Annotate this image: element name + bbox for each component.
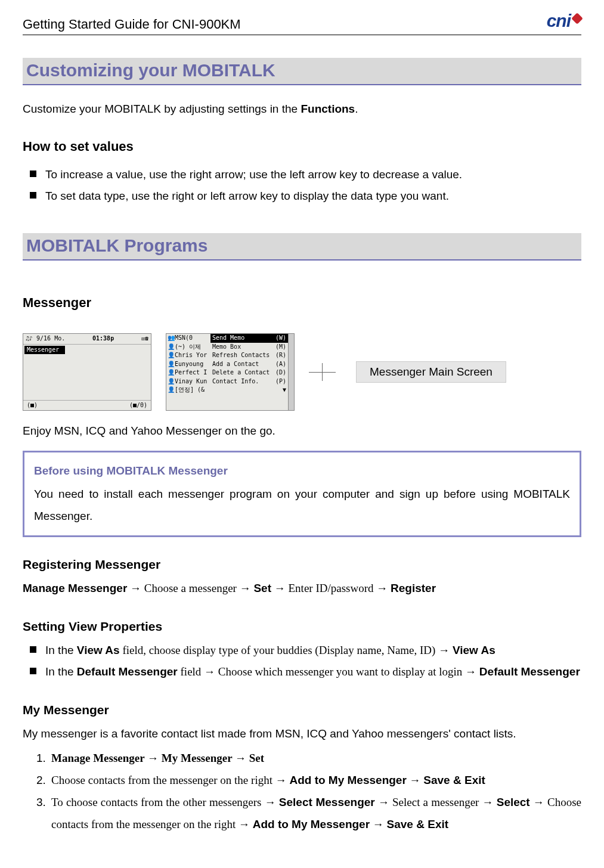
- section-heading-programs: MOBITALK Programs: [23, 233, 581, 261]
- subheading-view-properties: Setting View Properties: [23, 619, 581, 634]
- my-messenger-steps: Manage Messenger → My Messenger → Set Ch…: [49, 747, 581, 835]
- list-item: In the Default Messenger field → Choose …: [30, 661, 581, 683]
- how-to-list: To increase a value, use the right arrow…: [30, 164, 581, 207]
- list-item: In the View As field, choose display typ…: [30, 640, 581, 661]
- device-screenshot-1: ♫♪ 9/16 Mo. 01:38p ✉☎ Messenger (■) (■/0…: [23, 333, 151, 411]
- list-item: Choose contacts from the messenger on th…: [49, 769, 581, 791]
- header-title: Getting Started Guide for CNI-900KM: [23, 17, 241, 32]
- my-messenger-intro: My messenger is a favorite contact list …: [23, 723, 581, 745]
- screenshots-row: ♫♪ 9/16 Mo. 01:38p ✉☎ Messenger (■) (■/0…: [23, 333, 581, 411]
- logo-accent-icon: [571, 13, 583, 24]
- callout-connector: [309, 363, 336, 381]
- page-header: Getting Started Guide for CNI-900KM cni: [23, 11, 581, 35]
- logo-text: cni: [547, 11, 571, 31]
- info-box-body: You need to install each messenger progr…: [34, 483, 570, 527]
- info-box: Before using MOBITALK Messenger You need…: [23, 451, 581, 537]
- logo: cni: [547, 11, 581, 32]
- list-item: Manage Messenger → My Messenger → Set: [49, 747, 581, 769]
- device-screenshot-2: 👥MSN(0Send Memo(W) 👤(~) 이제Memo Box(M) 👤C…: [166, 333, 295, 411]
- intro-paragraph: Customize your MOBITALK by adjusting set…: [23, 100, 581, 119]
- list-item: To choose contacts from the other messen…: [49, 791, 581, 835]
- list-item: To set data type, use the right or left …: [30, 185, 581, 207]
- enjoy-text: Enjoy MSN, ICQ and Yahoo Messenger on th…: [23, 421, 581, 441]
- callout-label: Messenger Main Screen: [356, 361, 506, 383]
- registering-steps: Manage Messenger → Choose a messenger → …: [23, 578, 581, 599]
- section-heading-customizing: Customizing your MOBITALK: [23, 58, 581, 85]
- list-item: To increase a value, use the right arrow…: [30, 164, 581, 185]
- subheading-my-messenger: My Messenger: [23, 703, 581, 717]
- info-box-title: Before using MOBITALK Messenger: [34, 460, 570, 482]
- view-properties-list: In the View As field, choose display typ…: [30, 640, 581, 683]
- subheading-registering: Registering Messenger: [23, 557, 581, 572]
- subheading-messenger: Messenger: [23, 295, 581, 311]
- subheading-how-to-set: How to set values: [23, 139, 581, 154]
